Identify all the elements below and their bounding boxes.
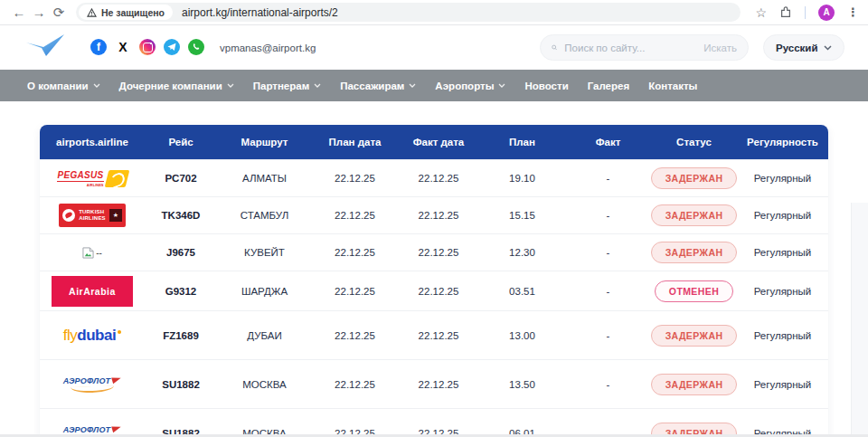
forward-button[interactable]: → bbox=[29, 5, 49, 19]
fact-date: 22.12.25 bbox=[398, 271, 479, 310]
browser-toolbar: ← → ⟳ Не защищено airport.kg/internation… bbox=[0, 0, 868, 25]
flight-number: G9312 bbox=[145, 271, 217, 310]
airline-logo-cell: AirArabia bbox=[40, 271, 145, 310]
page-scrollbar[interactable] bbox=[851, 203, 868, 437]
airline-logo-cell: АЭРОФЛОТ bbox=[40, 360, 145, 408]
fact-time: - bbox=[565, 271, 651, 310]
chevron-down-icon bbox=[93, 83, 100, 88]
plan-date: 22.12.25 bbox=[312, 311, 398, 359]
nav-item-o-kompanii[interactable]: О компании bbox=[27, 81, 100, 91]
column-header-fact: Факт bbox=[565, 125, 651, 159]
browser-menu-icon[interactable]: ⋮ bbox=[847, 5, 859, 19]
whatsapp-icon[interactable] bbox=[188, 39, 204, 55]
fact-time: - bbox=[565, 234, 651, 271]
chevron-down-icon bbox=[409, 83, 416, 88]
column-header-route: Маршрут bbox=[217, 125, 312, 159]
toolbar-divider bbox=[805, 6, 806, 19]
site-logo[interactable] bbox=[24, 33, 66, 64]
air-arabia-logo: AirArabia bbox=[52, 276, 133, 307]
main-navigation: О компании Дочерние компании Партнерам П… bbox=[0, 70, 868, 101]
facebook-icon[interactable]: f bbox=[90, 39, 107, 55]
aeroflot-flag-icon bbox=[112, 423, 123, 432]
fact-time: - bbox=[565, 197, 651, 233]
bookmark-star-icon[interactable]: ☆ bbox=[755, 5, 767, 20]
regularity: Регулярный bbox=[737, 160, 828, 196]
plan-date: 22.12.25 bbox=[312, 197, 398, 233]
plan-date: 22.12.25 bbox=[312, 234, 398, 271]
instagram-icon[interactable] bbox=[139, 39, 156, 55]
nav-item-galereya[interactable]: Галерея bbox=[588, 81, 629, 91]
pegasus-tailfin-icon bbox=[104, 170, 129, 187]
fact-time: - bbox=[565, 160, 651, 196]
table-row: -- J9675 КУВЕЙТ 22.12.25 22.12.25 12.30 … bbox=[40, 233, 828, 271]
table-row: TURKISH AIRLINES ★ TK346D СТАМБУЛ 22.12.… bbox=[40, 196, 828, 233]
image-alt-text: -- bbox=[96, 248, 102, 258]
route: ШАРДЖА bbox=[217, 271, 312, 310]
route: СТАМБУЛ bbox=[217, 197, 312, 233]
table-row: PEGASUS AIRLINES PC702 АЛМАТЫ 22.12.25 2… bbox=[40, 159, 828, 196]
flight-number: TK346D bbox=[145, 197, 217, 233]
nav-item-kontakty[interactable]: Контакты bbox=[648, 81, 697, 91]
broken-image-icon: -- bbox=[82, 247, 102, 259]
table-row: AirArabia G9312 ШАРДЖА 22.12.25 22.12.25… bbox=[40, 271, 828, 310]
regularity: Регулярный bbox=[737, 311, 828, 359]
fact-date: 22.12.25 bbox=[398, 160, 479, 196]
site-header: f X vpmanas@airport.kg Искать Русский bbox=[0, 25, 868, 70]
reload-button[interactable]: ⟳ bbox=[49, 5, 69, 19]
status-badge: ЗАДЕРЖАН bbox=[651, 325, 738, 347]
fact-time: - bbox=[565, 360, 651, 408]
column-header-fact-date: Факт дата bbox=[398, 125, 479, 159]
status-badge: ЗАДЕРЖАН bbox=[651, 167, 738, 189]
extensions-icon[interactable] bbox=[779, 6, 792, 19]
airline-logo-cell: АЭРОФЛОТ bbox=[40, 409, 145, 437]
nav-item-partneram[interactable]: Партнерам bbox=[253, 81, 321, 91]
nav-item-aeroporty[interactable]: Аэропорты bbox=[435, 81, 505, 91]
route: МОСКВА bbox=[217, 360, 312, 408]
nav-item-passazhiram[interactable]: Пассажирам bbox=[340, 81, 416, 91]
regularity: Регулярный bbox=[737, 197, 828, 233]
flight-number: SU1882 bbox=[145, 409, 217, 437]
column-header-plan: План bbox=[479, 125, 565, 159]
fact-date: 22.12.25 bbox=[398, 360, 479, 408]
turkish-airlines-logo: TURKISH AIRLINES ★ bbox=[59, 204, 126, 227]
search-submit-button[interactable]: Искать bbox=[703, 43, 737, 53]
fact-date: 22.12.25 bbox=[398, 234, 479, 271]
aeroflot-flag-icon bbox=[112, 375, 123, 383]
x-icon[interactable]: X bbox=[115, 39, 131, 55]
airline-logo-cell: PEGASUS AIRLINES bbox=[40, 160, 145, 196]
profile-avatar[interactable]: A bbox=[818, 5, 835, 21]
security-chip-label: Не защищено bbox=[101, 7, 165, 18]
plan-time: 13.50 bbox=[479, 360, 565, 408]
security-chip[interactable]: Не защищено bbox=[79, 5, 173, 20]
route: ДУБАИ bbox=[217, 311, 312, 359]
telegram-icon[interactable] bbox=[164, 39, 180, 55]
regularity: Регулярный bbox=[737, 234, 828, 271]
chevron-down-icon bbox=[314, 83, 321, 88]
table-row: АЭРОФЛОТ SU1882 МОСКВА 22.12.25 22.12.25… bbox=[40, 359, 828, 408]
warning-icon bbox=[87, 8, 97, 17]
plan-date: 22.12.25 bbox=[312, 271, 398, 310]
table-header-row: airports.airline Рейс Маршрут План дата … bbox=[40, 125, 828, 159]
nav-item-dochernie-kompanii[interactable]: Дочерние компании bbox=[119, 81, 234, 91]
status-badge: ЗАДЕРЖАН bbox=[651, 242, 738, 263]
column-header-regularity: Регулярность bbox=[737, 125, 828, 159]
site-search: Искать bbox=[540, 34, 749, 61]
column-header-status: Статус bbox=[651, 125, 737, 159]
nav-item-novosti[interactable]: Новости bbox=[524, 81, 568, 91]
back-button[interactable]: ← bbox=[9, 5, 29, 19]
address-bar[interactable]: Не защищено airport.kg/international-air… bbox=[76, 3, 741, 22]
search-icon bbox=[552, 42, 557, 53]
plan-date: 22.12.25 bbox=[312, 360, 398, 408]
status-badge: ЗАДЕРЖАН bbox=[651, 374, 738, 395]
chevron-down-icon bbox=[227, 83, 234, 88]
bird-logo-icon bbox=[24, 33, 66, 61]
search-input[interactable] bbox=[564, 43, 703, 53]
flight-number: J9675 bbox=[145, 234, 217, 271]
fact-date: 22.12.25 bbox=[398, 197, 479, 233]
language-label: Русский bbox=[776, 43, 817, 53]
airline-logo-cell: fly dubai bbox=[40, 311, 145, 359]
language-selector[interactable]: Русский bbox=[763, 34, 844, 61]
contact-email: vpmanas@airport.kg bbox=[220, 43, 316, 53]
plan-time: 06.01 bbox=[479, 409, 565, 437]
status-badge: ЗАДЕРЖАН bbox=[651, 204, 738, 226]
